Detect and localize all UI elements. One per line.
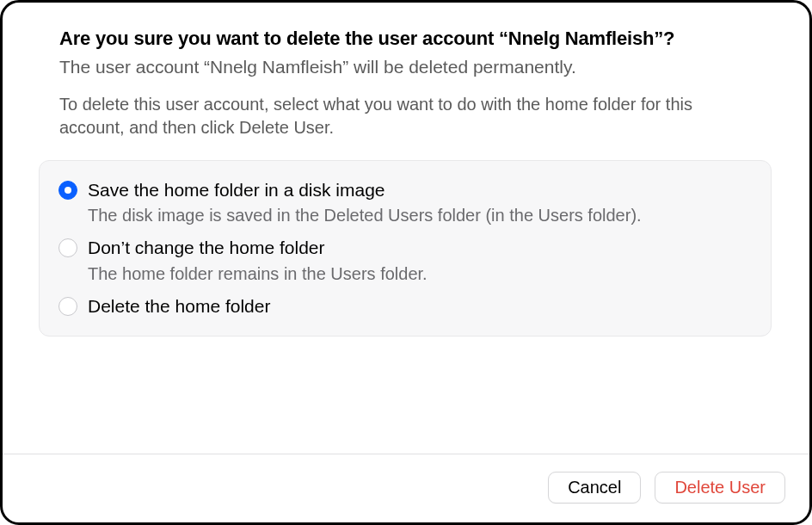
radio-dont-change[interactable] [58,238,77,257]
delete-user-dialog: Are you sure you want to delete the user… [0,0,812,525]
option-save-disk-image: Save the home folder in a disk image The… [58,178,752,227]
dialog-instruction: To delete this user account, select what… [59,93,778,139]
option-text: Save the home folder in a disk image The… [88,178,752,227]
option-text: Delete the home folder [88,294,752,318]
option-label-save-disk-image[interactable]: Save the home folder in a disk image [88,178,752,202]
dialog-content: Are you sure you want to delete the user… [3,3,809,454]
option-dont-change: Don’t change the home folder The home fo… [58,236,752,285]
dialog-title: Are you sure you want to delete the user… [59,27,778,52]
option-delete-folder: Delete the home folder [58,294,752,318]
delete-user-button[interactable]: Delete User [655,472,785,503]
option-desc-dont-change: The home folder remains in the Users fol… [88,262,752,286]
dialog-subtitle: The user account “Nnelg Namfleish” will … [59,55,778,79]
option-label-dont-change[interactable]: Don’t change the home folder [88,236,752,260]
dialog-footer: Cancel Delete User [3,454,809,522]
radio-save-disk-image[interactable] [58,181,77,200]
radio-delete-folder[interactable] [58,297,77,316]
cancel-button[interactable]: Cancel [548,472,641,503]
option-text: Don’t change the home folder The home fo… [88,236,752,285]
option-desc-save-disk-image: The disk image is saved in the Deleted U… [88,204,752,227]
option-label-delete-folder[interactable]: Delete the home folder [88,294,752,318]
options-panel: Save the home folder in a disk image The… [39,160,772,337]
